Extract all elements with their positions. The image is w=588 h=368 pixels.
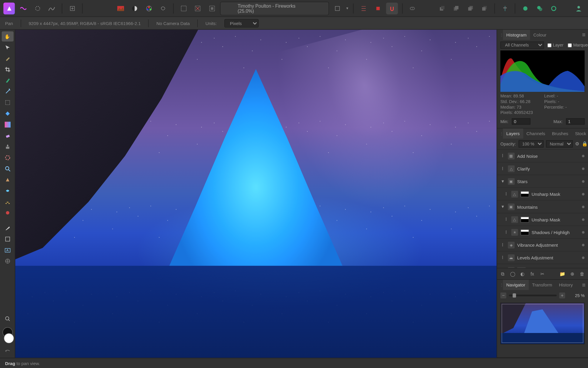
opacity-select[interactable]: 100 % [518, 140, 543, 147]
layer-add-icon[interactable] [519, 2, 531, 14]
tab-stock[interactable]: Stock [572, 128, 588, 139]
layer-row[interactable]: ⁞▦Add Noise [497, 149, 588, 162]
align-icon[interactable] [499, 2, 511, 14]
layer-visibility-icon[interactable]: ⁞ [500, 255, 505, 260]
layer-mask-thumbnail[interactable] [521, 216, 529, 222]
layer-lock-icon[interactable]: 🔒 [582, 141, 588, 147]
flood-fill-tool-icon[interactable] [1, 109, 13, 119]
layer-visibility-icon[interactable]: ⁞ [500, 268, 505, 268]
arrange-front-icon[interactable] [479, 2, 490, 14]
dropdown-icon[interactable]: ▼ [346, 6, 349, 10]
navigator-preview[interactable] [500, 303, 585, 344]
snap-align-icon[interactable] [358, 2, 370, 14]
layer-visibility-icon[interactable]: ⁞ [500, 242, 505, 247]
red-eye-tool-icon[interactable] [1, 208, 13, 218]
rectangle-tool-icon[interactable] [1, 234, 13, 244]
mask-icon[interactable]: ◯ [510, 270, 516, 278]
arrange-backward-icon[interactable] [450, 2, 462, 14]
layer-row[interactable]: ⁞☀Shadows / Highligh [497, 226, 588, 238]
panel-drag-icon[interactable]: ⋮⋮ [500, 283, 503, 287]
selection-invert-icon[interactable] [206, 2, 218, 14]
adjustment-icon[interactable]: ◐ [519, 270, 526, 278]
zoom-out-button[interactable]: − [500, 293, 506, 299]
quick-mask-icon[interactable] [331, 2, 343, 14]
max-input[interactable] [566, 118, 584, 125]
layer-mask-thumbnail[interactable] [521, 191, 529, 197]
layer-visibility-icon[interactable]: ⁞ [504, 217, 509, 222]
clone-tool-icon[interactable] [1, 142, 13, 152]
panel-drag-icon[interactable]: ⋮⋮ [500, 131, 503, 136]
chevron-down-icon[interactable]: ▾ [500, 204, 505, 209]
layer-settings-icon[interactable]: ⚙ [575, 141, 579, 147]
tab-histogram[interactable]: Histogram [503, 30, 530, 40]
tab-transform[interactable]: Transform [529, 280, 555, 290]
group-icon[interactable]: 📁 [559, 270, 566, 278]
zoom-tool-icon[interactable] [1, 164, 13, 174]
histogram-marquee-checkbox[interactable]: Marquee [568, 43, 588, 47]
zoom-slider[interactable] [509, 295, 557, 296]
assistant-icon[interactable] [407, 2, 418, 14]
wand-tool-icon[interactable] [1, 87, 13, 97]
snap-toggle-icon[interactable] [372, 2, 384, 14]
levels-tool-icon[interactable] [1, 197, 13, 207]
paint-brush-tool-icon[interactable] [1, 75, 13, 86]
layer-row[interactable]: ⁞△Unsharp Mask [497, 187, 588, 200]
color-picker-tool-icon[interactable] [1, 314, 13, 324]
lasso-icon[interactable] [157, 2, 169, 14]
eraser-tool-icon[interactable] [1, 130, 13, 141]
persona-develop-icon[interactable] [32, 2, 44, 14]
histogram-channels-select[interactable]: All Channels [500, 42, 544, 49]
export-persona-icon[interactable] [66, 2, 78, 14]
zoom-value[interactable]: 25 % [568, 293, 585, 298]
color-wheel-icon[interactable] [143, 2, 155, 14]
swap-colors-icon[interactable] [1, 346, 13, 356]
smudge-tool-icon[interactable] [1, 186, 13, 196]
layer-visibility-icon[interactable]: ⁞ [504, 230, 509, 235]
persona-tonemap-icon[interactable] [46, 2, 58, 14]
arrange-forward-icon[interactable] [465, 2, 476, 14]
contrast-icon[interactable] [129, 2, 141, 14]
delete-layer-icon[interactable]: 🗑 [579, 270, 585, 278]
text-tool-icon[interactable]: A [1, 245, 13, 255]
tab-navigator[interactable]: Navigator [503, 280, 529, 290]
heal-tool-icon[interactable] [1, 152, 13, 163]
layer-row[interactable]: ⁞▢Panorama [497, 264, 588, 268]
tab-channels[interactable]: Channels [523, 128, 549, 139]
tab-colour[interactable]: Colour [530, 30, 550, 40]
marquee-tool-icon[interactable] [1, 97, 13, 108]
layer-row[interactable]: ⁞△Clarify [497, 162, 588, 175]
hand-tool-icon[interactable]: ✋ [1, 32, 13, 42]
mesh-tool-icon[interactable] [1, 256, 13, 266]
layer-visibility-icon[interactable]: ⁞ [504, 191, 509, 196]
dodge-tool-icon[interactable] [1, 175, 13, 185]
layer-visibility-icon[interactable]: ⁞ [500, 166, 505, 171]
selection-deselect-icon[interactable] [192, 2, 204, 14]
layer-row[interactable]: ⁞⛰Levels Adjustment [497, 251, 588, 263]
layer-link-icon[interactable]: ⧉ [500, 270, 506, 278]
layer-row[interactable]: ▾▣Mountains [497, 200, 588, 213]
selection-all-icon[interactable] [178, 2, 190, 14]
crop-tool-icon[interactable] [1, 64, 13, 75]
histogram-layer-checkbox[interactable]: Layer [547, 43, 564, 47]
persona-liquify-icon[interactable] [18, 2, 29, 14]
brush-tool-icon[interactable] [1, 53, 13, 64]
layer-visibility-icon[interactable]: ⁞ [500, 153, 505, 158]
panel-menu-icon[interactable]: ≡ [579, 32, 588, 38]
magnet-snap-icon[interactable] [386, 2, 398, 14]
chevron-down-icon[interactable]: ▾ [500, 179, 505, 184]
fx-icon[interactable]: fx [529, 270, 536, 278]
crop-icon[interactable]: ✂ [539, 270, 545, 278]
image-mode-icon[interactable] [115, 2, 127, 14]
arrange-back-icon[interactable] [436, 2, 448, 14]
gradient-tool-icon[interactable] [1, 120, 13, 130]
add-layer-icon[interactable]: ⊕ [569, 270, 576, 278]
canvas-viewport[interactable] [15, 30, 497, 358]
move-tool-icon[interactable] [1, 42, 13, 53]
zoom-in-button[interactable]: + [559, 293, 565, 299]
app-logo-icon[interactable] [4, 2, 15, 14]
layer-row[interactable]: ▾▣Stars [497, 175, 588, 187]
layer-mask-thumbnail[interactable] [521, 229, 529, 235]
layer-row[interactable]: ⁞◈Vibrance Adjustment [497, 238, 588, 251]
layer-dup-icon[interactable] [534, 2, 545, 14]
layer-row[interactable]: ⁞△Unsharp Mask [497, 213, 588, 226]
